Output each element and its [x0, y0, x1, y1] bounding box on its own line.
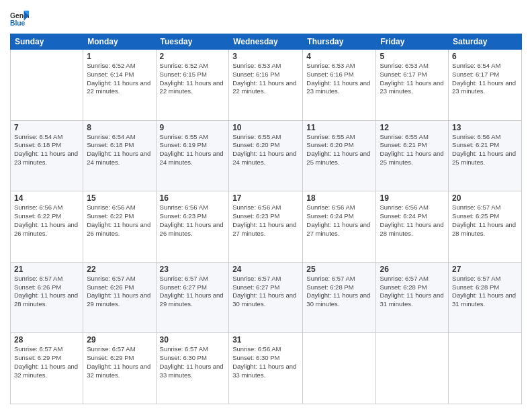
calendar-day-cell: 3 Sunrise: 6:53 AMSunset: 6:16 PMDayligh… [229, 50, 303, 121]
day-number: 24 [232, 265, 299, 274]
day-number: 23 [160, 265, 226, 274]
day-number: 30 [160, 335, 226, 345]
logo-icon: General Blue [10, 9, 29, 28]
calendar-day-cell: 31 Sunrise: 6:56 AMSunset: 6:30 PMDaylig… [229, 333, 303, 404]
calendar-day-cell: 16 Sunrise: 6:56 AMSunset: 6:23 PMDaylig… [156, 191, 229, 263]
day-info: Sunrise: 6:55 AMSunset: 6:20 PMDaylight:… [306, 133, 370, 166]
calendar-week-row: 7 Sunrise: 6:54 AMSunset: 6:18 PMDayligh… [11, 120, 522, 191]
calendar-day-cell [303, 333, 376, 404]
day-info: Sunrise: 6:56 AMSunset: 6:24 PMDaylight:… [380, 203, 443, 236]
day-info: Sunrise: 6:54 AMSunset: 6:18 PMDaylight:… [87, 133, 150, 166]
day-number: 9 [160, 123, 226, 132]
day-info: Sunrise: 6:57 AMSunset: 6:28 PMDaylight:… [452, 275, 516, 308]
day-number: 8 [87, 123, 152, 132]
calendar-day-cell: 28 Sunrise: 6:57 AMSunset: 6:29 PMDaylig… [11, 333, 83, 404]
day-number: 27 [452, 265, 518, 274]
calendar-header-row: SundayMondayTuesdayWednesdayThursdayFrid… [11, 34, 522, 50]
calendar-day-cell: 2 Sunrise: 6:52 AMSunset: 6:15 PMDayligh… [156, 50, 229, 121]
day-info: Sunrise: 6:57 AMSunset: 6:27 PMDaylight:… [160, 275, 224, 308]
calendar-day-cell: 21 Sunrise: 6:57 AMSunset: 6:26 PMDaylig… [11, 262, 83, 333]
day-info: Sunrise: 6:57 AMSunset: 6:29 PMDaylight:… [87, 345, 150, 378]
day-number: 18 [306, 193, 372, 203]
calendar-day-cell: 14 Sunrise: 6:56 AMSunset: 6:22 PMDaylig… [11, 191, 83, 263]
day-info: Sunrise: 6:56 AMSunset: 6:30 PMDaylight:… [232, 345, 296, 378]
day-number: 10 [232, 123, 299, 132]
day-info: Sunrise: 6:52 AMSunset: 6:14 PMDaylight:… [87, 62, 150, 95]
calendar-day-cell: 29 Sunrise: 6:57 AMSunset: 6:29 PMDaylig… [83, 333, 156, 404]
day-number: 14 [14, 193, 79, 203]
day-info: Sunrise: 6:56 AMSunset: 6:23 PMDaylight:… [232, 203, 296, 236]
day-info: Sunrise: 6:55 AMSunset: 6:20 PMDaylight:… [232, 133, 296, 166]
day-number: 17 [232, 193, 299, 203]
day-info: Sunrise: 6:57 AMSunset: 6:25 PMDaylight:… [452, 203, 516, 236]
calendar-day-cell [376, 333, 449, 404]
calendar-day-cell: 10 Sunrise: 6:55 AMSunset: 6:20 PMDaylig… [229, 120, 303, 191]
day-number: 5 [380, 52, 445, 61]
calendar-day-cell: 19 Sunrise: 6:56 AMSunset: 6:24 PMDaylig… [376, 191, 449, 263]
day-number: 11 [306, 123, 372, 132]
calendar-table: SundayMondayTuesdayWednesdayThursdayFrid… [10, 34, 522, 404]
calendar-day-cell: 18 Sunrise: 6:56 AMSunset: 6:24 PMDaylig… [303, 191, 376, 263]
calendar-day-cell: 26 Sunrise: 6:57 AMSunset: 6:28 PMDaylig… [376, 262, 449, 333]
day-info: Sunrise: 6:56 AMSunset: 6:24 PMDaylight:… [306, 203, 370, 236]
calendar-day-cell: 4 Sunrise: 6:53 AMSunset: 6:16 PMDayligh… [303, 50, 376, 121]
day-number: 31 [232, 335, 299, 345]
calendar-day-cell: 23 Sunrise: 6:57 AMSunset: 6:27 PMDaylig… [156, 262, 229, 333]
day-info: Sunrise: 6:54 AMSunset: 6:17 PMDaylight:… [452, 62, 516, 95]
day-number: 19 [380, 193, 445, 203]
calendar-week-row: 28 Sunrise: 6:57 AMSunset: 6:29 PMDaylig… [11, 333, 522, 404]
weekday-header: Monday [83, 34, 156, 50]
day-info: Sunrise: 6:57 AMSunset: 6:26 PMDaylight:… [87, 275, 150, 308]
day-number: 3 [232, 52, 299, 61]
calendar-day-cell: 9 Sunrise: 6:55 AMSunset: 6:19 PMDayligh… [156, 120, 229, 191]
day-number: 26 [380, 265, 445, 274]
weekday-header: Friday [376, 34, 449, 50]
calendar-day-cell: 17 Sunrise: 6:56 AMSunset: 6:23 PMDaylig… [229, 191, 303, 263]
calendar-day-cell: 25 Sunrise: 6:57 AMSunset: 6:28 PMDaylig… [303, 262, 376, 333]
day-number: 20 [452, 193, 518, 203]
calendar-day-cell: 12 Sunrise: 6:55 AMSunset: 6:21 PMDaylig… [376, 120, 449, 191]
day-info: Sunrise: 6:53 AMSunset: 6:16 PMDaylight:… [306, 62, 370, 95]
calendar-week-row: 21 Sunrise: 6:57 AMSunset: 6:26 PMDaylig… [11, 262, 522, 333]
day-info: Sunrise: 6:56 AMSunset: 6:21 PMDaylight:… [452, 133, 516, 166]
calendar-day-cell: 5 Sunrise: 6:53 AMSunset: 6:17 PMDayligh… [376, 50, 449, 121]
day-info: Sunrise: 6:57 AMSunset: 6:27 PMDaylight:… [232, 275, 296, 308]
day-number: 22 [87, 265, 152, 274]
weekday-header: Saturday [449, 34, 522, 50]
calendar-day-cell: 30 Sunrise: 6:57 AMSunset: 6:30 PMDaylig… [156, 333, 229, 404]
calendar-day-cell: 13 Sunrise: 6:56 AMSunset: 6:21 PMDaylig… [449, 120, 522, 191]
weekday-header: Wednesday [229, 34, 303, 50]
calendar-day-cell [449, 333, 522, 404]
calendar-day-cell: 1 Sunrise: 6:52 AMSunset: 6:14 PMDayligh… [83, 50, 156, 121]
day-info: Sunrise: 6:56 AMSunset: 6:22 PMDaylight:… [87, 203, 150, 236]
calendar-day-cell: 20 Sunrise: 6:57 AMSunset: 6:25 PMDaylig… [449, 191, 522, 263]
calendar-day-cell: 24 Sunrise: 6:57 AMSunset: 6:27 PMDaylig… [229, 262, 303, 333]
day-info: Sunrise: 6:55 AMSunset: 6:19 PMDaylight:… [160, 133, 224, 166]
day-number: 28 [14, 335, 79, 345]
day-info: Sunrise: 6:53 AMSunset: 6:17 PMDaylight:… [380, 62, 443, 95]
calendar-day-cell: 11 Sunrise: 6:55 AMSunset: 6:20 PMDaylig… [303, 120, 376, 191]
day-info: Sunrise: 6:56 AMSunset: 6:23 PMDaylight:… [160, 203, 224, 236]
day-info: Sunrise: 6:57 AMSunset: 6:30 PMDaylight:… [160, 345, 224, 378]
calendar-day-cell: 27 Sunrise: 6:57 AMSunset: 6:28 PMDaylig… [449, 262, 522, 333]
weekday-header: Thursday [303, 34, 376, 50]
day-number: 2 [160, 52, 226, 61]
day-info: Sunrise: 6:57 AMSunset: 6:26 PMDaylight:… [14, 275, 78, 308]
day-number: 25 [306, 265, 372, 274]
day-number: 12 [380, 123, 445, 132]
day-number: 29 [87, 335, 152, 345]
day-info: Sunrise: 6:57 AMSunset: 6:29 PMDaylight:… [14, 345, 78, 378]
day-number: 6 [452, 52, 518, 61]
day-number: 15 [87, 193, 152, 203]
page: General Blue SundayMondayTuesdayWednesda… [0, 0, 532, 411]
svg-text:Blue: Blue [10, 19, 26, 27]
day-info: Sunrise: 6:54 AMSunset: 6:18 PMDaylight:… [14, 133, 78, 166]
day-number: 4 [306, 52, 372, 61]
calendar-day-cell: 15 Sunrise: 6:56 AMSunset: 6:22 PMDaylig… [83, 191, 156, 263]
weekday-header: Sunday [11, 34, 83, 50]
calendar-day-cell: 6 Sunrise: 6:54 AMSunset: 6:17 PMDayligh… [449, 50, 522, 121]
day-number: 7 [14, 123, 79, 132]
day-info: Sunrise: 6:57 AMSunset: 6:28 PMDaylight:… [306, 275, 370, 308]
calendar-day-cell: 7 Sunrise: 6:54 AMSunset: 6:18 PMDayligh… [11, 120, 83, 191]
day-info: Sunrise: 6:57 AMSunset: 6:28 PMDaylight:… [380, 275, 443, 308]
